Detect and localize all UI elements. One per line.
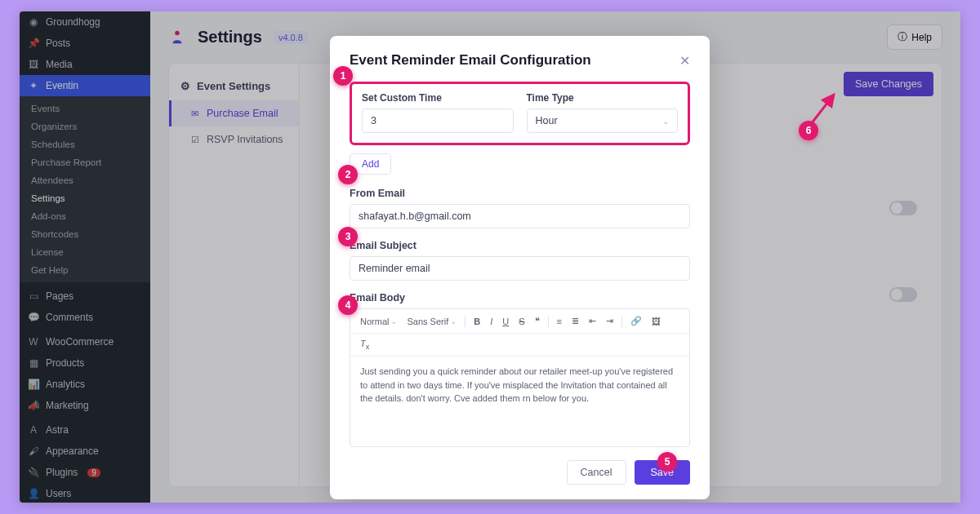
link-icon: 🔗 bbox=[630, 316, 642, 326]
ol-button[interactable]: ≡ bbox=[554, 315, 565, 328]
close-button[interactable]: ✕ bbox=[679, 53, 690, 69]
time-type-label: Time Type bbox=[527, 92, 679, 104]
image-button[interactable]: 🖼 bbox=[648, 315, 664, 328]
image-icon: 🖼 bbox=[652, 317, 661, 326]
outdent-button[interactable]: ⇤ bbox=[586, 314, 599, 328]
chevron-down-icon: ⌄ bbox=[390, 317, 397, 326]
outdent-icon: ⇤ bbox=[589, 316, 596, 326]
annotation-2: 2 bbox=[338, 165, 358, 184]
underline-icon: U bbox=[502, 317, 509, 326]
email-subject-label: Email Subject bbox=[350, 240, 690, 251]
ordered-list-icon: ≡ bbox=[557, 317, 562, 326]
annotation-5: 5 bbox=[657, 452, 677, 472]
annotation-4: 4 bbox=[338, 295, 358, 315]
ul-button[interactable]: ≣ bbox=[568, 314, 582, 328]
indent-icon: ⇥ bbox=[606, 316, 613, 326]
email-subject-input[interactable] bbox=[350, 256, 690, 281]
modal-title: Event Reminder Email Configuration bbox=[350, 52, 591, 69]
indent-button[interactable]: ⇥ bbox=[603, 314, 617, 328]
annotation-6: 6 bbox=[799, 121, 818, 140]
bold-icon: B bbox=[474, 317, 480, 326]
unordered-list-icon: ≣ bbox=[572, 316, 579, 326]
time-type-select[interactable]: Hour ⌄ bbox=[527, 109, 679, 133]
bold-button[interactable]: B bbox=[470, 315, 483, 328]
reminder-email-modal: Event Reminder Email Configuration ✕ Set… bbox=[330, 36, 710, 499]
from-email-input[interactable] bbox=[350, 204, 690, 228]
italic-icon: I bbox=[490, 317, 492, 326]
chevron-down-icon: ⌄ bbox=[662, 117, 669, 126]
app-window: ◉Groundhogg 📌Posts 🖼Media ✦Eventin Event… bbox=[20, 11, 960, 503]
chevron-down-icon: ⌄ bbox=[450, 317, 457, 326]
custom-time-row: Set Custom Time Time Type Hour ⌄ bbox=[350, 82, 690, 145]
annotation-1: 1 bbox=[333, 66, 353, 86]
custom-time-label: Set Custom Time bbox=[362, 92, 514, 104]
custom-time-input[interactable] bbox=[362, 109, 514, 133]
clear-format-icon: Tx bbox=[360, 339, 369, 351]
clear-format-button[interactable]: Tx bbox=[357, 337, 372, 352]
strike-icon: S bbox=[519, 317, 524, 326]
quote-button[interactable]: ❝ bbox=[532, 314, 543, 328]
email-body-label: Email Body bbox=[350, 292, 690, 304]
cancel-button[interactable]: Cancel bbox=[567, 460, 626, 485]
font-select[interactable]: Sans Serif ⌄ bbox=[403, 315, 460, 328]
strike-button[interactable]: S bbox=[515, 315, 528, 328]
editor-toolbar: Normal ⌄ Sans Serif ⌄ B I U S ❝ ≡ ≣ ⇤ ⇥ … bbox=[350, 309, 689, 334]
quote-icon: ❝ bbox=[535, 316, 540, 326]
format-select[interactable]: Normal ⌄ bbox=[357, 315, 400, 328]
from-email-label: From Email bbox=[350, 188, 690, 199]
annotation-3: 3 bbox=[338, 227, 358, 246]
rich-text-editor: Normal ⌄ Sans Serif ⌄ B I U S ❝ ≡ ≣ ⇤ ⇥ … bbox=[350, 308, 690, 447]
link-button[interactable]: 🔗 bbox=[627, 314, 645, 328]
underline-button[interactable]: U bbox=[499, 315, 512, 328]
close-icon: ✕ bbox=[679, 54, 690, 68]
italic-button[interactable]: I bbox=[487, 315, 496, 328]
email-body-textarea[interactable]: Just sending you a quick reminder about … bbox=[350, 357, 689, 446]
